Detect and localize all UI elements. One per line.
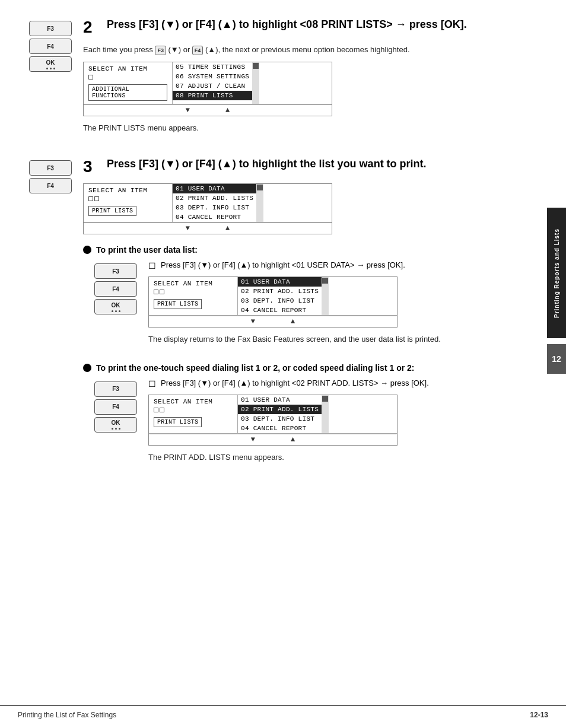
f4-button-step2: F4	[29, 39, 72, 54]
lcd3-bottom: ▼ ▲	[149, 316, 397, 327]
lcd4-squares	[154, 408, 233, 414]
lcd3-left: SELECT AN ITEM PRINT LISTS	[149, 277, 238, 315]
f4-button-b2: F4	[94, 399, 137, 415]
step2-header: 2 Press [F3] (▼) or [F4] (▲) to highligh…	[83, 18, 536, 37]
lcd4-arrow-down: ▼	[251, 435, 255, 444]
lcd1-arrow-up: ▲	[225, 106, 230, 115]
bullet1-caption: The display returns to the Fax Basic Fea…	[148, 333, 441, 345]
lcd2-sq1	[88, 196, 93, 201]
checkbox2: ☐	[148, 379, 156, 389]
lcd2-arrow-up: ▲	[225, 224, 230, 233]
lcd2-title: SELECT AN ITEM	[88, 187, 167, 194]
step3-header: 3 Press [F3] (▼) or [F4] (▲) to highligh…	[83, 157, 536, 176]
bullet2-buttons: F3 F4 OK	[83, 379, 148, 469]
bullet2-title: To print the one-touch speed dialing lis…	[83, 363, 536, 373]
page-container: Printing Reports and Lists 12 F3 F4 OK	[0, 0, 566, 728]
step2-number: 2	[83, 18, 101, 37]
lcd2-item2: 02 PRINT ADD. LISTS	[173, 193, 256, 203]
f3-button-step2: F3	[29, 21, 72, 36]
bullet1-instruction: ☐ Press [F3] (▼) or [F4] (▲) to highligh…	[148, 260, 441, 271]
lcd4-scrollbar	[322, 395, 329, 433]
step3-title: Press [F3] (▼) or [F4] (▲) to highlight …	[107, 157, 427, 171]
lcd4-item2: 02 PRINT ADD. LISTS	[238, 405, 322, 414]
lcd4-sq1	[154, 408, 158, 412]
lcd3-scroll-thumb	[322, 278, 328, 284]
lcd2-scroll-thumb	[257, 185, 263, 190]
bullet2-instruction: ☐ Press [F3] (▼) or [F4] (▲) to highligh…	[148, 379, 429, 389]
lcd2-item3: 03 DEPT. INFO LIST	[173, 203, 256, 212]
step3-content: 3 Press [F3] (▼) or [F4] (▲) to highligh…	[83, 157, 536, 481]
step2-buttons: F3 F4 OK	[18, 18, 83, 72]
step3-buttons: F3 F4	[18, 157, 83, 193]
lcd3-item2: 02 PRINT ADD. LISTS	[238, 287, 322, 296]
lcd1-item2: 06 SYSTEM SETTINGS	[173, 72, 252, 81]
lcd1-scrollbar	[252, 62, 259, 104]
lcd3-label: PRINT LISTS	[154, 299, 202, 309]
step2-body: Each time you press F3 (▼) or F4 (▲), th…	[83, 44, 536, 56]
bullet1-title: To print the user data list:	[83, 245, 536, 255]
f3-button-b1: F3	[94, 263, 137, 279]
lcd4-right: 01 USER DATA 02 PRINT ADD. LISTS 03 DEPT…	[238, 395, 329, 433]
lcd1-bottom: ▼ ▲	[84, 104, 332, 116]
step2-title: Press [F3] (▼) or [F4] (▲) to highlight …	[107, 18, 467, 31]
lcd2-item4: 04 CANCEL REPORT	[173, 212, 256, 222]
ok-button-step2: OK	[29, 56, 72, 72]
bullet1-right: ☐ Press [F3] (▼) or [F4] (▲) to highligh…	[148, 260, 441, 351]
bullet1-circle	[83, 246, 91, 254]
bullet2-text: Press [F3] (▼) or [F4] (▲) to highlight …	[161, 379, 429, 387]
step2-section: F3 F4 OK 2 Press [F3] (▼)	[18, 18, 536, 139]
bullet2-sub: F3 F4 OK	[83, 379, 536, 469]
lcd4-item1: 01 USER DATA	[238, 395, 322, 405]
bullet1-text: Press [F3] (▼) or [F4] (▲) to highlight …	[161, 260, 405, 269]
lcd2-bottom: ▼ ▲	[84, 222, 332, 234]
lcd2-top: SELECT AN ITEM PRINT LISTS 01 USER DATA …	[84, 184, 332, 222]
lcd1-right: 05 TIMER SETTINGS 06 SYSTEM SETTINGS 07 …	[173, 62, 259, 104]
lcd1-scroll-thumb	[253, 63, 259, 69]
lcd3-item4: 04 CANCEL REPORT	[238, 306, 322, 315]
bullet1-buttons: F3 F4 OK	[83, 260, 148, 351]
lcd2-sq2	[94, 196, 99, 201]
lcd3-title: SELECT AN ITEM	[154, 280, 233, 287]
lcd3-squares	[154, 290, 233, 295]
checkbox1: ☐	[148, 261, 156, 271]
lcd2-arrow-down: ▼	[186, 224, 190, 233]
bullet2-section: To print the one-touch speed dialing lis…	[83, 363, 536, 469]
lcd1-item3: 07 ADJUST / CLEAN	[173, 81, 252, 91]
lcd3-sq1	[154, 290, 158, 294]
lcd4-scroll-thumb	[322, 396, 328, 402]
lcd2-right: 01 USER DATA 02 PRINT ADD. LISTS 03 DEPT…	[173, 184, 263, 222]
lcd1-arrow-down: ▼	[186, 106, 190, 115]
lcd3-arrow-down: ▼	[251, 317, 255, 326]
lcd4-items: 01 USER DATA 02 PRINT ADD. LISTS 03 DEPT…	[238, 395, 322, 433]
lcd-screen3: SELECT AN ITEM PRINT LISTS	[148, 276, 398, 328]
f3-button-step3: F3	[29, 160, 72, 176]
lcd2-squares	[88, 196, 167, 202]
sidebar-label: Printing Reports and Lists	[554, 228, 560, 318]
lcd3-item3: 03 DEPT. INFO LIST	[238, 296, 322, 306]
lcd4-sq2	[160, 408, 164, 412]
f4-inline-key: F4	[192, 46, 203, 55]
lcd4-label: PRINT LISTS	[154, 417, 202, 427]
ok-button-b1: OK	[94, 299, 137, 314]
lcd2-label: PRINT LISTS	[88, 206, 136, 216]
chapter-num: 12	[552, 354, 561, 364]
lcd3-item1: 01 USER DATA	[238, 277, 322, 287]
bullet1-section: To print the user data list: F3 F4	[83, 245, 536, 351]
lcd2-left: SELECT AN ITEM PRINT LISTS	[84, 184, 173, 222]
f4-button-b1: F4	[94, 281, 137, 297]
lcd3-right: 01 USER DATA 02 PRINT ADD. LISTS 03 DEPT…	[238, 277, 329, 315]
lcd2-scrollbar	[256, 184, 263, 222]
lcd1-left: SELECT AN ITEM ADDITIONAL FUNCTIONS	[84, 62, 173, 104]
lcd3-scrollbar	[322, 277, 329, 315]
bullet2-circle	[83, 364, 91, 372]
footer: Printing the List of Fax Settings 12-13	[0, 705, 566, 719]
lcd4-title: SELECT AN ITEM	[154, 398, 233, 405]
step2-content: 2 Press [F3] (▼) or [F4] (▲) to highligh…	[83, 18, 536, 139]
lcd1-item4: 08 PRINT LISTS	[173, 91, 252, 100]
step2-caption: The PRINT LISTS menu appears.	[83, 122, 536, 134]
bullet2-right: ☐ Press [F3] (▼) or [F4] (▲) to highligh…	[148, 379, 429, 469]
f3-button-b2: F3	[94, 382, 137, 397]
lcd4-item3: 03 DEPT. INFO LIST	[238, 414, 322, 424]
f3-inline-key: F3	[155, 46, 166, 55]
lcd3-sq2	[160, 290, 164, 294]
